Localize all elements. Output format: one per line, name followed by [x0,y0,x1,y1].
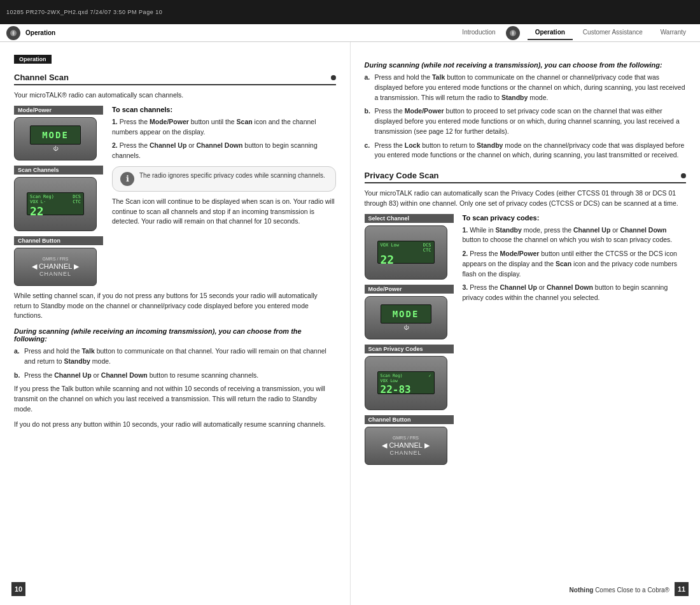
channel-button-label: Channel Button [14,236,103,245]
ch-arrow-icon: ◀ CHANNEL ▶ [32,262,79,271]
during-receiving-b: b. Press the Channel Up or Channel Down … [14,371,336,381]
during-not-receiving-list: a. Press and hold the Talk button to com… [365,73,687,160]
if-you-press: If you press the Talk button while scann… [14,384,336,414]
right-mode-device: MODE ⏻ [365,296,447,339]
nav-label-operation-left: Operation [25,29,55,36]
during-receiving-heading: During scanning (while receiving an inco… [14,327,336,343]
footer-tagline: Comes Close to a Cobra® [595,587,669,594]
while-setting-para: While setting channel scan, if you do no… [14,291,336,321]
privacy-step-2: 2. Press the Mode/Power button until eit… [463,249,687,279]
page-num-left: 10 [11,582,25,596]
to-scan-privacy-heading: To scan privacy codes: [463,214,687,222]
scan-privacy-codes-label: Scan Privacy Codes [365,345,454,353]
tab-operation[interactable]: Operation [528,25,573,40]
scan-second-row: VOX L·CTC [30,199,81,204]
scan-top-row: Scan Reg)DCS [30,194,81,199]
privacy-section: Privacy Code Scan Your microTALK radio c… [365,171,687,465]
select-channel-device: VOX LowDCS CTC 22 [365,225,447,280]
mode-power-device: MODE ⏻ [14,117,97,160]
privacy-step-1: 1. While in Standby mode, press the Chan… [463,225,687,246]
privacy-section-dot [681,173,686,178]
page-num-right: 11 [675,582,689,596]
privacy-scan-heading: Privacy Code Scan [365,171,687,183]
ch-text: CHANNEL [39,271,71,277]
step-2: 2. Press the Channel Up or Channel Down … [112,141,336,161]
right-mode-screen: MODE [381,304,431,324]
privacy-step-3: 3. Press the Channel Up or Channel Down … [463,283,687,303]
left-col-layout: Mode/Power MODE ⏻ Scan Channels Scan Reg… [14,106,336,286]
main-content: Operation Channel Scan Your microTALK® r… [0,42,700,605]
right-mode-power-label: Mode/Power [365,285,454,294]
page-footer-right: Nothing Comes Close to a Cobra® [570,587,669,594]
during-not-receiving-a: a. Press and hold the Talk button to com… [365,73,687,103]
during-not-receiving-b: b. Press the Mode/Power button to procee… [365,106,687,136]
channel-button-device: GMRS / FRS ◀ CHANNEL ▶ CHANNEL [14,248,97,286]
to-scan-channels-heading: To scan channels: [112,106,336,113]
scan-screen: Scan Reg)DCS VOX L·CTC 22 [27,192,84,215]
during-receiving-list: a. Press and hold the Talk button to com… [14,346,336,380]
instructions-column: To scan channels: 1. Press the Mode/Powe… [112,106,336,286]
privacy-intro: Your microTALK radio can automatically s… [365,189,687,209]
select-channel-label: Select Channel [365,214,454,223]
privacy-screen: Scan Reg)✓ VOX Low 22-83 [377,371,435,394]
scan-channels-device: Scan Reg)DCS VOX L·CTC 22 [14,177,97,231]
right-channel-device: GMRS / FRS ◀ CHANNEL ▶ CHANNEL [365,427,447,465]
during-receiving-a: a. Press and hold the Talk button to com… [14,346,336,367]
if-you-do-not: If you do not press any button within 10… [14,420,336,430]
right-layout: Select Channel VOX LowDCS CTC 22 [365,214,687,465]
operation-label-left: Operation [14,55,52,64]
channel-scan-intro: Your microTALK® radio can automatically … [14,90,336,101]
nav-tabs: Operation Introduction Operation Custome… [0,24,700,42]
scan-num-row: 22 [30,204,81,218]
select-screen: VOX LowDCS CTC 22 [377,241,435,264]
scan-privacy-device: Scan Reg)✓ VOX Low 22-83 [365,356,447,410]
right-device-col: Select Channel VOX LowDCS CTC 22 [365,214,454,465]
section-dot [331,75,336,80]
step-1: 1. Press the Mode/Power button until the… [112,117,336,138]
tab-warranty[interactable]: Warranty [653,25,694,40]
top-bar-text: 10285 PR270-2WX_PH2.qxd 7/24/07 3:50 PM … [6,9,162,15]
nav-logo-right [506,26,520,40]
page-left: Operation Channel Scan Your microTALK® r… [0,42,351,605]
continue-para: The Scan icon will continue to be displa… [112,197,336,227]
ch-label-row: GMRS / FRS [43,257,69,261]
tab-customer-assistance[interactable]: Customer Assistance [575,25,650,40]
channel-scan-heading: Channel Scan [14,73,336,85]
privacy-steps-list: 1. While in Standby mode, press the Chan… [463,225,687,303]
mode-screen: MODE [30,125,81,145]
note-text: The radio ignores specific privacy codes… [139,172,325,179]
scan-channels-label: Scan Channels [14,166,103,174]
top-bar: 10285 PR270-2WX_PH2.qxd 7/24/07 3:50 PM … [0,0,700,24]
tab-introduction[interactable]: Introduction [454,25,503,40]
mode-power-label: Mode/Power [14,106,103,115]
device-column: Mode/Power MODE ⏻ Scan Channels Scan Reg… [14,106,103,286]
during-not-receiving-c: c. Press the Lock button to return to St… [365,141,687,161]
during-not-receiving-heading: During scanning (while not receiving a t… [365,61,687,69]
page-right: During scanning (while not receiving a t… [351,42,701,605]
note-icon: ℹ [120,172,134,186]
scan-steps-list: 1. Press the Mode/Power button until the… [112,117,336,161]
right-channel-button-label: Channel Button [365,415,454,424]
note-box: ℹ The radio ignores specific privacy cod… [112,166,336,192]
mode-label: ⏻ [53,146,58,152]
footer-nothing: Nothing [570,587,594,594]
right-text-col: To scan privacy codes: 1. While in Stand… [463,214,687,465]
nav-logo-left [6,26,20,40]
